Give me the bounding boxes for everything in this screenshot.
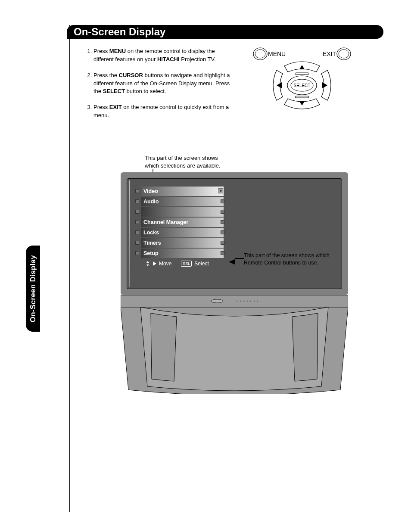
osd-menu-item-video: Video [141, 187, 224, 196]
osd-hint-bar: Move SEL Select [141, 259, 224, 268]
osd-item-label: Setup [143, 250, 159, 256]
svg-point-12 [243, 301, 245, 302]
instruction-item: Press EXIT on the remote control to quic… [93, 103, 233, 120]
text: Press [93, 104, 109, 110]
submenu-arrow-icon [218, 188, 223, 193]
callout-text: This part of the screen shows which [244, 252, 330, 258]
osd-menu: Video Audio Channel [141, 187, 224, 268]
svg-rect-0 [295, 73, 309, 75]
page-title: On-Screen Display [67, 25, 383, 39]
instruction-item: Press MENU on the remote control to disp… [93, 47, 233, 64]
tv-button-icon [211, 299, 223, 303]
menu-marker-icon [221, 251, 224, 255]
menu-marker-icon [221, 210, 224, 214]
svg-marker-7 [146, 264, 149, 266]
cursor-key-name: CURSOR [119, 72, 143, 78]
callout-remote-buttons: This part of the screen shows which Remo… [244, 252, 338, 267]
osd-menu-item-blank [141, 207, 224, 217]
menu-marker-icon [221, 241, 224, 245]
tv-bezel: Video Audio Channel [121, 172, 348, 295]
osd-item-label: Locks [143, 230, 159, 236]
menu-button-label: MENU [268, 50, 286, 57]
menu-marker-icon [135, 230, 139, 234]
menu-marker-icon [135, 251, 139, 255]
menu-marker-icon [221, 230, 224, 234]
text: Press [93, 48, 109, 54]
svg-rect-1 [295, 96, 309, 98]
menu-marker-icon [135, 210, 139, 214]
osd-menu-item-locks: Locks [141, 228, 224, 237]
osd-menu-item-timers: Timers [141, 238, 224, 248]
instruction-list: Press MENU on the remote control to disp… [84, 47, 233, 128]
svg-point-16 [257, 301, 258, 302]
tv-screen: Video Audio Channel [127, 178, 342, 289]
tv-speaker-right [292, 313, 318, 381]
exit-button-inner-icon [339, 50, 349, 58]
exit-button-label: EXIT [323, 50, 336, 57]
svg-point-13 [247, 301, 248, 302]
instruction-item: Press the CURSOR buttons to navigate and… [93, 72, 233, 96]
svg-point-10 [237, 301, 238, 302]
callout-leader-line [235, 258, 244, 259]
osd-item-label: Video [143, 188, 158, 194]
move-right-icon [153, 261, 156, 266]
sel-key-icon: SEL [181, 261, 192, 267]
side-tab-label: On-Screen Display [29, 255, 37, 322]
callout-text: This part of the screen shows [145, 155, 218, 161]
move-arrows-icon [145, 261, 150, 266]
menu-marker-icon [221, 220, 224, 224]
osd-menu-item-audio: Audio [141, 197, 224, 206]
menu-marker-icon [221, 199, 224, 203]
side-tab: On-Screen Display [26, 246, 40, 332]
svg-point-11 [240, 301, 241, 302]
hint-move-label: Move [159, 261, 171, 267]
menu-marker-icon [135, 220, 139, 224]
text: Projection TV. [180, 56, 216, 62]
exit-key-name: EXIT [109, 104, 122, 110]
brand-name: HITACHI [157, 56, 180, 62]
svg-marker-17 [229, 259, 235, 264]
select-key-name: SELECT [103, 88, 125, 94]
svg-marker-8 [153, 261, 156, 266]
menu-marker-icon [135, 241, 139, 245]
osd-menu-item-setup: Setup [141, 249, 224, 258]
menu-key-name: MENU [109, 48, 126, 54]
text: button to select. [125, 88, 166, 94]
callout-arrow-icon [229, 258, 236, 267]
menu-button-inner-icon [255, 50, 265, 58]
hint-select-label: Select [194, 261, 209, 267]
svg-point-15 [254, 301, 255, 302]
text: Press the [93, 72, 119, 78]
svg-point-14 [250, 301, 252, 302]
tv-illustration: Video Audio Channel [121, 172, 348, 394]
remote-control-diagram: MENU EXIT SELECT [251, 44, 353, 110]
content-separator-line [69, 25, 70, 512]
callout-text: Remote Control buttons to use. [244, 260, 318, 266]
select-button-label: SELECT [294, 83, 311, 88]
menu-marker-icon [135, 189, 139, 193]
osd-item-label: Timers [143, 240, 161, 246]
svg-marker-6 [146, 261, 149, 263]
tv-speaker-left [151, 313, 177, 381]
osd-item-label: Channel Manager [143, 219, 188, 225]
osd-menu-item-channel-manager: Channel Manager [141, 218, 224, 227]
menu-marker-icon [135, 199, 139, 203]
tv-base [121, 295, 348, 394]
callout-available-selections: This part of the screen shows which sele… [145, 154, 240, 169]
svg-rect-9 [121, 295, 348, 307]
osd-item-label: Audio [143, 199, 159, 205]
callout-text: which selections are available. [145, 162, 221, 169]
